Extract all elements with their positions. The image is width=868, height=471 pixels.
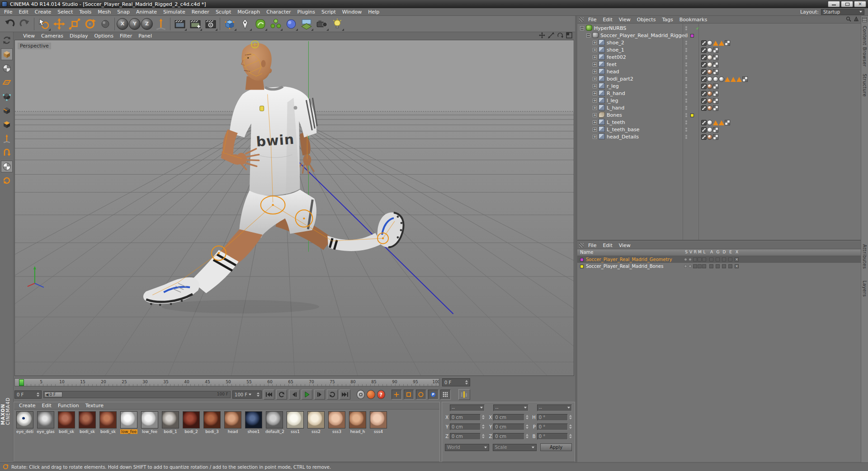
visibility-dots[interactable]	[684, 91, 688, 96]
viewport-menu-item-options[interactable]: Options	[91, 33, 117, 39]
play-button[interactable]	[302, 390, 312, 400]
viewport-canvas[interactable]: bwin	[14, 40, 574, 376]
visibility-dots[interactable]	[684, 40, 688, 46]
coord-value-input[interactable]: 0 cm	[450, 423, 481, 430]
object-row[interactable]: +Bones	[577, 112, 861, 119]
object-name[interactable]: shoe_1	[607, 47, 624, 53]
uvw-tag-icon[interactable]	[713, 91, 718, 96]
light-button[interactable]	[330, 16, 344, 31]
layer-name[interactable]: Soccer_Player_Real_Madrid_Bones	[586, 263, 663, 270]
layer-chip[interactable]	[690, 114, 694, 117]
object-name[interactable]: L_hand	[607, 105, 624, 111]
material-thumbnail[interactable]	[266, 411, 283, 428]
material-item[interactable]: bodi_3	[202, 411, 222, 434]
viewport-menu-item-panel[interactable]: Panel	[135, 33, 155, 39]
material-item[interactable]: head_h	[348, 411, 368, 434]
spinner-icon[interactable]	[569, 415, 572, 419]
object-axis-button[interactable]	[1, 147, 13, 158]
zoom-view-icon[interactable]	[548, 32, 554, 40]
array-generator-button[interactable]	[268, 16, 283, 31]
coord-value-input[interactable]: 0 cm	[493, 433, 524, 440]
uvw-tag-icon[interactable]	[713, 127, 718, 133]
search-icon[interactable]	[846, 16, 851, 23]
tab-attributes[interactable]: Attributes	[862, 244, 867, 269]
expander-icon[interactable]: +	[593, 128, 597, 132]
visibility-dots[interactable]	[684, 113, 688, 118]
goto-start-button[interactable]	[264, 390, 274, 400]
menubar-item-file[interactable]: File	[1, 9, 15, 15]
object-row[interactable]: +head	[577, 68, 861, 76]
polygons-mode-button[interactable]	[1, 119, 13, 130]
coord-value-input[interactable]: 0 cm	[450, 414, 481, 421]
object-row[interactable]: +R_hand	[577, 90, 861, 97]
coord-value-input[interactable]: 0 cm	[493, 423, 524, 430]
phong-tag-icon[interactable]	[713, 120, 718, 125]
material-item[interactable]: default_2	[264, 411, 284, 434]
current-frame-field[interactable]: 0 F	[14, 390, 42, 399]
record-rotation-toggle[interactable]	[416, 390, 426, 400]
texture-tag-icon[interactable]	[707, 84, 712, 89]
uvw-tag-icon[interactable]	[725, 40, 730, 46]
spline-pen-button[interactable]	[237, 16, 252, 31]
object-name[interactable]: L_teeth	[607, 119, 625, 125]
timeline-tick[interactable]: 95	[411, 380, 420, 384]
material-thumbnail[interactable]	[307, 411, 325, 428]
maximize-view-icon[interactable]	[566, 32, 572, 40]
visibility-dots[interactable]	[684, 33, 688, 38]
play-backwards-button[interactable]	[276, 390, 287, 400]
menubar-item-edit[interactable]: Edit	[15, 9, 31, 15]
object-row[interactable]: −Soccer_Player_Real_Madrid_Rigged	[577, 32, 861, 39]
last-tool-button[interactable]	[98, 16, 113, 31]
points-mode-button[interactable]	[1, 90, 13, 102]
uvw-tag-icon[interactable]	[713, 48, 718, 53]
spinner-icon[interactable]	[482, 434, 485, 438]
material-item[interactable]: sss1	[285, 411, 305, 434]
texture-tag-icon[interactable]	[707, 105, 712, 111]
uvw-tag-icon[interactable]	[713, 62, 718, 67]
layout-select[interactable]: Startup	[821, 9, 864, 15]
material-thumbnail[interactable]	[37, 411, 54, 428]
pan-view-icon[interactable]	[539, 32, 545, 40]
phong-tag-icon[interactable]	[736, 77, 742, 82]
coordinate-mode-select[interactable]: Scale	[493, 444, 537, 451]
texture-tag-icon[interactable]	[719, 76, 724, 82]
manager-toggle[interactable]	[698, 264, 702, 268]
menubar-item-mograph[interactable]: MoGraph	[234, 9, 263, 15]
weight-tag-icon[interactable]	[701, 62, 707, 67]
rotate-workplane-button[interactable]	[1, 175, 13, 186]
object-row[interactable]: +L_teeth_base	[577, 126, 861, 133]
material-item[interactable]: shoe1	[244, 411, 264, 434]
uvw-tag-icon[interactable]	[713, 98, 718, 104]
viewport-menu-item-display[interactable]: Display	[66, 33, 91, 39]
material-thumbnail[interactable]	[120, 411, 137, 428]
expressions-toggle[interactable]	[728, 257, 732, 262]
phong-tag-icon[interactable]	[719, 120, 724, 125]
spinner-icon[interactable]	[569, 434, 572, 438]
texture-tag-icon[interactable]	[707, 134, 712, 140]
object-row[interactable]: +L_teeth	[577, 119, 861, 126]
spinner-icon[interactable]	[482, 424, 485, 429]
workplane-mode-button[interactable]	[1, 76, 13, 88]
material-item[interactable]: bodi_sk	[57, 411, 76, 434]
render-view-button[interactable]	[172, 16, 187, 31]
object-name[interactable]: head_Details	[607, 134, 639, 140]
visibility-dots[interactable]	[684, 84, 688, 89]
render-toggle[interactable]	[693, 257, 697, 262]
move-tool-button[interactable]	[52, 16, 66, 31]
add-cube-button[interactable]	[222, 16, 237, 31]
z-axis-lock-button[interactable]: Z	[141, 18, 153, 30]
coord-value-input[interactable]: 0 °	[537, 433, 568, 440]
timeline-tick[interactable]: 45	[203, 380, 212, 384]
material-menu-item-function[interactable]: Function	[55, 402, 82, 409]
menubar-item-plugins[interactable]: Plugins	[294, 9, 318, 15]
record-point-toggle[interactable]: P	[428, 390, 439, 400]
material-thumbnail[interactable]	[370, 411, 387, 428]
expander-icon[interactable]: +	[593, 91, 597, 95]
menubar-item-script[interactable]: Script	[318, 9, 339, 15]
material-thumbnail[interactable]	[287, 411, 304, 428]
menubar-item-mesh[interactable]: Mesh	[94, 9, 114, 15]
spinner-icon[interactable]	[526, 434, 528, 438]
expander-icon[interactable]: +	[593, 99, 597, 103]
object-name[interactable]: HyperNURBS	[594, 25, 626, 31]
timeline-tick[interactable]: 70	[307, 380, 316, 384]
